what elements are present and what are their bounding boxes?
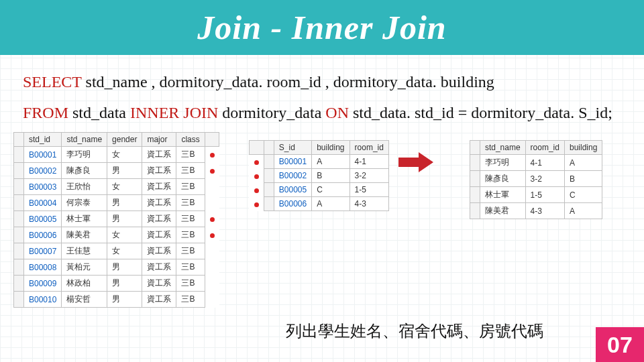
slide-number: 07 — [607, 332, 633, 358]
table-row: B00008黃柏元男資工系三B — [14, 259, 219, 276]
table-dormitory-data: S_idbuildingroom_idB00001A4-1B00002B3-2B… — [249, 140, 389, 211]
table-std-data: std_idstd_namegendermajorclassB00001李巧明女… — [13, 132, 219, 308]
column-header: building — [312, 141, 350, 155]
table-row: B00001李巧明女資工系三B — [14, 147, 219, 163]
column-header: room_id — [350, 141, 388, 155]
sql-condition: std_data. std_id = dormitory_data. S_id; — [349, 104, 612, 121]
table-row: B00001A4-1 — [250, 155, 389, 169]
column-header: std_id — [24, 133, 62, 147]
kw-inner-join: INNER JOIN — [130, 104, 218, 121]
table-row: 林士軍1-5C — [470, 187, 602, 203]
title-banner: Join - Inner Join — [0, 0, 644, 55]
svg-marker-0 — [398, 152, 433, 172]
table-row: B00006A4-3 — [250, 197, 389, 211]
table-row: B00002陳彥良男資工系三B — [14, 163, 219, 179]
table-row: B00010楊安哲男資工系三B — [14, 292, 219, 308]
column-header: class — [176, 133, 205, 147]
column-header: S_id — [274, 141, 311, 155]
table-row: 李巧明4-1A — [470, 155, 602, 171]
table-row: B00009林政柏男資工系三B — [14, 276, 219, 292]
table-row: B00004何宗泰男資工系三B — [14, 195, 219, 211]
caption-text: 列出學生姓名、宿舍代碼、房號代碼 — [286, 320, 543, 342]
sql-columns: std_name , dormitory_data. room_id , dor… — [82, 73, 494, 90]
sql-table2: dormitory_data — [218, 104, 325, 121]
table-row: B00005林士軍男資工系三B — [14, 211, 219, 227]
column-header: major — [142, 133, 176, 147]
kw-on: ON — [325, 104, 349, 121]
column-header: room_id — [525, 141, 564, 155]
table-row: B00002B3-2 — [250, 169, 389, 183]
sql-table1: std_data — [68, 104, 130, 121]
kw-select: SELECT — [23, 73, 82, 90]
table-row: B00003王欣怡女資工系三B — [14, 179, 219, 195]
table-row: B00006陳美君女資工系三B — [14, 227, 219, 243]
column-header: gender — [107, 133, 142, 147]
table-row: B00007王佳慧女資工系三B — [14, 243, 219, 259]
table-row: 陳美君4-3A — [470, 203, 602, 219]
table-row: 陳彥良3-2B — [470, 171, 602, 187]
table-join-result: std_nameroom_idbuilding李巧明4-1A陳彥良3-2B林士軍… — [470, 140, 602, 219]
table-row: B00005C1-5 — [250, 183, 389, 197]
column-header: std_name — [480, 141, 525, 155]
column-header: std_name — [62, 133, 107, 147]
sql-statement: SELECT std_name , dormitory_data. room_i… — [0, 55, 644, 132]
arrow-icon — [398, 152, 433, 172]
slide-title: Join - Inner Join — [197, 8, 446, 47]
kw-from: FROM — [23, 104, 68, 121]
column-header: building — [564, 141, 602, 155]
slide-number-badge: 07 — [596, 327, 644, 362]
